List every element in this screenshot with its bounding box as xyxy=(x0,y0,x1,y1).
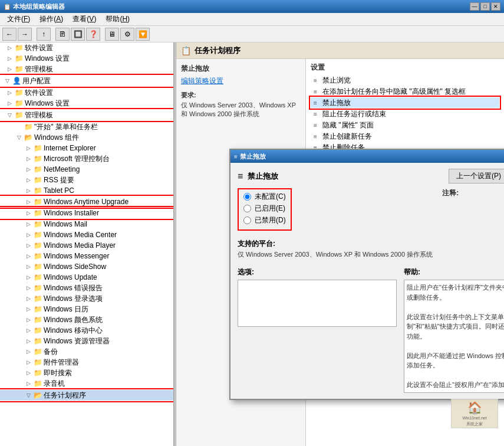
tree-item-error-reporting[interactable]: ▷ 📁 Windows 错误报告 xyxy=(0,283,173,293)
view-button[interactable]: 🖥 xyxy=(105,28,119,41)
setting-block-run[interactable]: ≡ 阻止任务运行或结束 xyxy=(311,109,499,119)
tree-item-mobility[interactable]: ▷ 📁 Windows 移动中心 xyxy=(0,325,173,336)
folder-icon: 📁 xyxy=(33,358,42,367)
tree-toggle[interactable]: ▷ xyxy=(24,358,33,367)
tree-toggle[interactable]: ▷ xyxy=(24,154,33,163)
folder-icon: 📁 xyxy=(33,379,42,388)
tree-item-explorer[interactable]: ▷ 📁 Windows 资源管理器 xyxy=(0,336,173,346)
tree-toggle[interactable]: ▷ xyxy=(24,186,33,195)
radio-enabled[interactable]: 已启用(E) xyxy=(243,204,286,214)
folder-icon: 📁 xyxy=(14,88,24,97)
tree-toggle[interactable]: ▷ xyxy=(24,347,33,356)
tree-toggle[interactable]: ▷ xyxy=(24,294,33,303)
tree-toggle[interactable]: ▷ xyxy=(5,43,14,53)
tree-toggle[interactable]: ▷ xyxy=(5,99,14,108)
menu-help[interactable]: 帮助(H) xyxy=(101,13,134,25)
prev-setting-button[interactable]: 上一个设置(P) xyxy=(449,169,504,183)
menu-view[interactable]: 查看(V) xyxy=(68,13,101,25)
close-button[interactable]: ✕ xyxy=(491,2,500,11)
setting-hide-advanced[interactable]: ≡ 在添加计划任务向导中隐藏 "高级属性" 复选框 xyxy=(311,86,499,97)
tree-toggle[interactable]: ▷ xyxy=(24,283,33,293)
tree-toggle[interactable]: ▷ xyxy=(5,64,14,74)
up-button[interactable]: ↑ xyxy=(37,28,51,41)
settings-button[interactable]: ⚙ xyxy=(120,28,134,41)
tree-toggle[interactable]: ▷ xyxy=(24,241,33,250)
tree-toggle[interactable]: ▷ xyxy=(24,230,33,240)
setting-prohibit-drag[interactable]: ≡ 禁止拖放 xyxy=(311,97,499,108)
tree-item-attachment[interactable]: ▷ 📁 附件管理器 xyxy=(0,357,173,368)
tree-item-media-center[interactable]: ▷ 📁 Windows Media Center xyxy=(0,229,173,240)
tree-item-mail[interactable]: ▷ 📁 Windows Mail xyxy=(0,219,173,229)
tree-toggle[interactable]: ▷ xyxy=(5,54,14,63)
tree-item-windows-settings-2[interactable]: ▷ 📁 Windows 设置 xyxy=(0,98,173,109)
show-hide-button[interactable]: 🖹 xyxy=(55,28,70,41)
maximize-button[interactable]: □ xyxy=(480,2,490,11)
tree-toggle[interactable]: ▽ xyxy=(24,391,33,400)
tree-toggle[interactable]: ▷ xyxy=(24,379,33,388)
tree-item-calendar[interactable]: ▷ 📁 Windows 日历 xyxy=(0,304,173,314)
tree-toggle[interactable]: ▷ xyxy=(24,336,33,346)
tree-toggle[interactable]: ▽ xyxy=(14,133,24,142)
tree-item-media-player[interactable]: ▷ 📁 Windows Media Player xyxy=(0,240,173,251)
tree-item-tablet[interactable]: ▷ 📁 Tablet PC xyxy=(0,185,173,196)
tree-item-recorder[interactable]: ▷ 📁 录音机 xyxy=(0,378,173,389)
tree-item-windows-components[interactable]: ▽ 📂 Windows 组件 xyxy=(0,132,173,143)
setting-hide-properties[interactable]: ≡ 隐藏 "属性" 页面 xyxy=(311,120,499,130)
tree-toggle[interactable]: ▷ xyxy=(24,262,33,271)
tree-item-task-scheduler[interactable]: ▽ 📂 任务计划程序 xyxy=(0,390,173,401)
tree-item-admin-templates-2[interactable]: ▽ 📁 管理模板 xyxy=(0,110,173,120)
setting-prohibit-create[interactable]: ≡ 禁止创建新任务 xyxy=(311,131,499,142)
tree-item-admin-templates-1[interactable]: ▷ 📁 管理模板 xyxy=(0,64,173,74)
tree-item-update[interactable]: ▷ 📁 Windows Update xyxy=(0,272,173,283)
tree-toggle[interactable]: ▷ xyxy=(24,165,33,174)
tree-item-ie[interactable]: ▷ 📁 Internet Explorer xyxy=(0,143,173,153)
tree-toggle[interactable]: ▷ xyxy=(24,143,33,153)
back-button[interactable]: ← xyxy=(2,28,17,41)
forward-button[interactable]: → xyxy=(18,28,32,41)
tree-item-sideshow[interactable]: ▷ 📁 Windows SideShow xyxy=(0,261,173,272)
radio-not-configured[interactable]: 未配置(C) xyxy=(243,192,286,202)
tree-item-installer[interactable]: ▷ 📁 Windows Installer xyxy=(0,208,173,218)
radio-enabled-input[interactable] xyxy=(243,205,251,212)
tree-item-user-config[interactable]: ▽ 👤 用户配置 xyxy=(0,76,173,86)
tree-toggle[interactable]: ▷ xyxy=(5,88,14,97)
tree-toggle[interactable]: ▷ xyxy=(24,273,33,282)
tree-item-software-settings[interactable]: ▷ 📁 软件设置 xyxy=(0,42,173,53)
menu-file[interactable]: 文件(F) xyxy=(2,13,35,25)
tree-label: 软件设置 xyxy=(25,88,53,98)
tree-item-backup[interactable]: ▷ 📁 备份 xyxy=(0,346,173,357)
tree-item-netmeeting[interactable]: ▷ 📁 NetMeeting xyxy=(0,164,173,175)
edit-policy-link[interactable]: 编辑策略设置 xyxy=(181,76,301,86)
filter-button[interactable]: 🔽 xyxy=(136,28,150,41)
tree-item-rss[interactable]: ▷ 📁 RSS 提要 xyxy=(0,175,173,185)
tree-item-mmc[interactable]: ▷ 📁 Microsoft 管理控制台 xyxy=(0,153,173,164)
setting-prohibit-browse[interactable]: ≡ 禁止浏览 xyxy=(311,75,499,86)
tree-item-start-menu[interactable]: 📁 "开始" 菜单和任务栏 xyxy=(0,122,173,132)
tree-toggle[interactable]: ▷ xyxy=(24,315,33,324)
tree-item-search[interactable]: ▷ 📁 即时搜索 xyxy=(0,368,173,378)
tree-item-windows-settings[interactable]: ▷ 📁 Windows 设置 xyxy=(0,53,173,64)
radio-not-configured-input[interactable] xyxy=(243,193,251,201)
tree-scroll[interactable]: ▷ 📁 软件设置 ▷ 📁 Windows 设置 ▷ 📁 管理模板 ▽ 👤 用户配… xyxy=(0,42,173,446)
tree-item-logon-options[interactable]: ▷ 📁 Windows 登录选项 xyxy=(0,293,173,304)
tree-item-anytime-upgrade[interactable]: ▷ 📁 Windows Anytime Upgrade xyxy=(0,196,173,207)
tree-item-software-settings-2[interactable]: ▷ 📁 软件设置 xyxy=(0,87,173,98)
tree-toggle[interactable]: ▽ xyxy=(2,76,12,86)
tree-toggle[interactable]: ▽ xyxy=(5,110,14,120)
tree-toggle[interactable]: ▷ xyxy=(24,368,33,378)
tree-toggle[interactable]: ▷ xyxy=(24,326,33,335)
radio-disabled-input[interactable] xyxy=(243,217,251,224)
tree-toggle[interactable]: ▷ xyxy=(24,251,33,261)
tree-toggle[interactable]: ▷ xyxy=(24,219,33,229)
properties-button[interactable]: 🔲 xyxy=(71,28,85,41)
help-button[interactable]: ❓ xyxy=(86,28,100,41)
tree-toggle[interactable]: ▷ xyxy=(24,175,33,185)
tree-toggle[interactable]: ▷ xyxy=(24,208,33,218)
menu-action[interactable]: 操作(A) xyxy=(35,13,68,25)
tree-toggle[interactable]: ▷ xyxy=(24,197,33,206)
tree-item-color[interactable]: ▷ 📁 Windows 颜色系统 xyxy=(0,314,173,325)
minimize-button[interactable]: — xyxy=(470,2,479,11)
tree-item-messenger[interactable]: ▷ 📁 Windows Messenger xyxy=(0,251,173,261)
tree-toggle[interactable]: ▷ xyxy=(24,304,33,314)
radio-disabled[interactable]: 已禁用(D) xyxy=(243,215,286,225)
